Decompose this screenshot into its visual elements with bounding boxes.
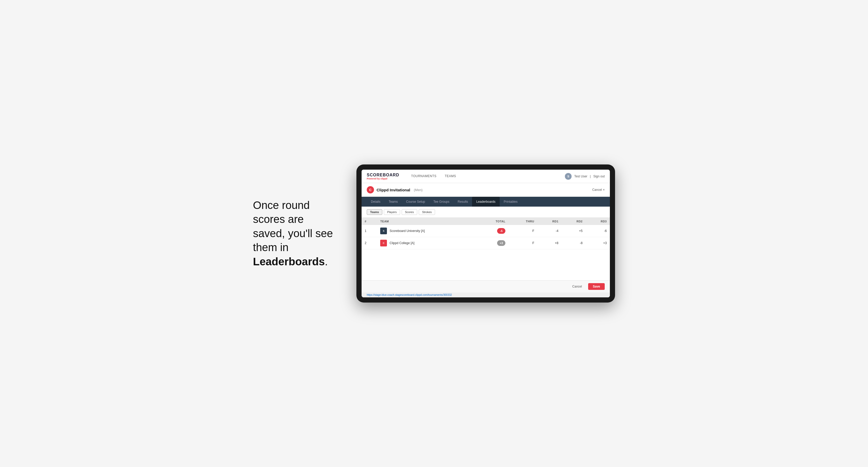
- row2-rd1: +8: [537, 237, 561, 249]
- row1-team-logo: S: [380, 227, 387, 234]
- row1-total: -5: [477, 225, 508, 237]
- row1-rd1: -4: [537, 225, 561, 237]
- content-spacer: [362, 249, 610, 280]
- user-name: Test User: [574, 175, 587, 178]
- row2-score-badge: +3: [497, 240, 505, 246]
- col-team: TEAM: [377, 218, 477, 225]
- nav-separator: |: [590, 175, 591, 178]
- nav-links: TOURNAMENTS TEAMS: [407, 169, 460, 183]
- col-rank: #: [362, 218, 377, 225]
- row1-team: S Scoreboard University [A]: [377, 225, 477, 237]
- row1-thru: F: [508, 225, 537, 237]
- tab-results[interactable]: Results: [454, 197, 472, 207]
- row2-rd3: +3: [586, 237, 610, 249]
- tab-details[interactable]: Details: [367, 197, 384, 207]
- table-row: 1 S Scoreboard University [A] -5: [362, 225, 610, 237]
- row1-team-name: Scoreboard University [A]: [390, 229, 425, 233]
- row2-team-logo: C: [380, 240, 387, 246]
- save-button[interactable]: Save: [588, 283, 605, 290]
- nav-tournaments[interactable]: TOURNAMENTS: [407, 169, 441, 183]
- logo-sub-prefix: Powered by: [367, 177, 380, 180]
- logo-sub: Powered by clippd: [367, 177, 399, 180]
- row1-team-cell: S Scoreboard University [A]: [380, 227, 474, 234]
- col-thru: THRU: [508, 218, 537, 225]
- row2-team-cell: C Clippd College [A]: [380, 240, 474, 246]
- sidebar-end: .: [325, 255, 328, 268]
- filter-strokes-button[interactable]: Strokes: [419, 209, 435, 215]
- tab-teams[interactable]: Teams: [384, 197, 402, 207]
- tab-printables[interactable]: Printables: [500, 197, 522, 207]
- page-wrapper: Once round scores are saved, you'll see …: [253, 164, 615, 303]
- logo-title: SCOREBOARD: [367, 173, 399, 177]
- sub-header: C Clippd Invitational (Men) Cancel ×: [362, 183, 610, 197]
- cancel-header-button[interactable]: Cancel ×: [592, 188, 605, 192]
- row1-rd3: -6: [586, 225, 610, 237]
- row2-thru: F: [508, 237, 537, 249]
- row1-rank: 1: [362, 225, 377, 237]
- row2-rd2: -8: [561, 237, 586, 249]
- tournament-name: Clippd Invitational: [377, 188, 410, 192]
- tablet-container: SCOREBOARD Powered by clippd TOURNAMENTS…: [356, 164, 615, 303]
- nav-teams[interactable]: TEAMS: [441, 169, 460, 183]
- nav-right: S Test User | Sign out: [565, 173, 605, 180]
- tab-tee-groups[interactable]: Tee Groups: [429, 197, 454, 207]
- cancel-footer-button[interactable]: Cancel: [569, 283, 586, 290]
- status-url: https://stage-blue-coach.stagescoreboard…: [367, 293, 452, 296]
- tournament-icon: C: [367, 186, 374, 193]
- user-avatar: S: [565, 173, 571, 180]
- filter-players-button[interactable]: Players: [384, 209, 400, 215]
- col-rd3: RD3: [586, 218, 610, 225]
- sidebar-text: Once round scores are saved, you'll see …: [253, 198, 336, 269]
- row2-total: +3: [477, 237, 508, 249]
- tablet-screen: SCOREBOARD Powered by clippd TOURNAMENTS…: [362, 169, 610, 298]
- top-nav: SCOREBOARD Powered by clippd TOURNAMENTS…: [362, 169, 610, 183]
- tab-bar: Details Teams Course Setup Tee Groups Re…: [362, 197, 610, 207]
- sidebar-line4: them in: [253, 241, 289, 253]
- logo-brand: clippd: [380, 177, 388, 180]
- row2-team: C Clippd College [A]: [377, 237, 477, 249]
- leaderboard-table: # TEAM TOTAL THRU RD1 RD2 RD3 1: [362, 218, 610, 249]
- logo-area: SCOREBOARD Powered by clippd: [367, 173, 399, 180]
- table-row: 2 C Clippd College [A] +3: [362, 237, 610, 249]
- row1-rd2: +5: [561, 225, 586, 237]
- sidebar-bold: Leaderboards: [253, 255, 325, 268]
- footer-bar: Cancel Save: [362, 280, 610, 292]
- row2-team-name: Clippd College [A]: [390, 241, 414, 245]
- filter-row: Teams Players Scores Strokes: [362, 207, 610, 218]
- filter-scores-button[interactable]: Scores: [402, 209, 417, 215]
- row1-score-badge: -5: [497, 228, 505, 234]
- col-rd2: RD2: [561, 218, 586, 225]
- sidebar-line1: Once round: [253, 199, 310, 211]
- tournament-title: C Clippd Invitational (Men): [367, 186, 423, 193]
- tab-course-setup[interactable]: Course Setup: [402, 197, 429, 207]
- tab-leaderboards[interactable]: Leaderboards: [472, 197, 499, 207]
- sign-out-link[interactable]: Sign out: [593, 175, 605, 178]
- sidebar-line3: saved, you'll see: [253, 227, 333, 240]
- col-total: TOTAL: [477, 218, 508, 225]
- row2-rank: 2: [362, 237, 377, 249]
- tournament-subtitle: (Men): [414, 188, 423, 192]
- col-rd1: RD1: [537, 218, 561, 225]
- sidebar-line2: scores are: [253, 213, 304, 225]
- filter-teams-button[interactable]: Teams: [367, 209, 382, 215]
- status-bar: https://stage-blue-coach.stagescoreboard…: [362, 292, 610, 298]
- table-header-row: # TEAM TOTAL THRU RD1 RD2 RD3: [362, 218, 610, 225]
